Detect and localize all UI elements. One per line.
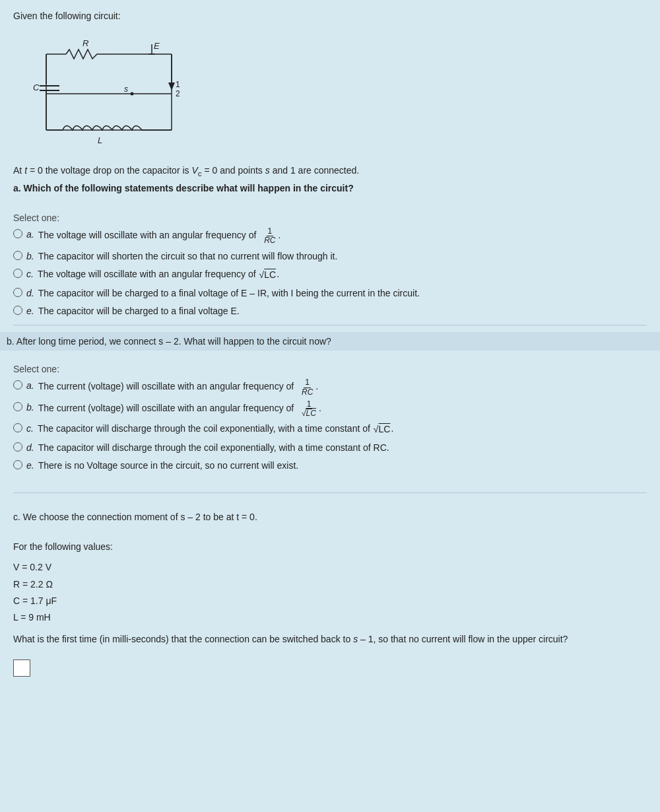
radio-a-c[interactable] bbox=[13, 269, 22, 278]
options-list-b: a. The current (voltage) will oscillate … bbox=[13, 378, 647, 473]
value-C: C = 1.7 μF bbox=[13, 593, 647, 609]
svg-text:1: 1 bbox=[176, 80, 180, 89]
svg-text:s: s bbox=[124, 85, 128, 94]
option-a-c[interactable]: c. The voltage will oscillate with an an… bbox=[13, 267, 647, 282]
radio-b-a[interactable] bbox=[13, 380, 22, 389]
section-c-label: c. We choose the connection moment of s … bbox=[13, 510, 647, 524]
option-b-c[interactable]: c. The capacitor will discharge through … bbox=[13, 421, 647, 436]
radio-b-e[interactable] bbox=[13, 460, 22, 469]
radio-a-a[interactable] bbox=[13, 229, 22, 238]
svg-text:L: L bbox=[98, 135, 102, 145]
radio-b-b[interactable] bbox=[13, 402, 22, 411]
section-b-banner: b. After long time period, we connect s … bbox=[0, 332, 660, 351]
question-a-label: a. Which of the following statements des… bbox=[13, 182, 647, 195]
radio-a-b[interactable] bbox=[13, 251, 22, 260]
option-b-a[interactable]: a. The current (voltage) will oscillate … bbox=[13, 378, 647, 396]
option-a-b[interactable]: b. The capacitor will shorten the circui… bbox=[13, 249, 647, 263]
svg-marker-11 bbox=[168, 83, 175, 90]
given-circuit-label: Given the following circuit: bbox=[13, 11, 647, 21]
value-L: L = 9 mH bbox=[13, 609, 647, 626]
value-R: R = 2.2 Ω bbox=[13, 576, 647, 593]
svg-text:2: 2 bbox=[176, 89, 180, 98]
radio-b-c[interactable] bbox=[13, 423, 22, 432]
final-question: What is the first time (in milli-seconds… bbox=[13, 632, 647, 646]
for-values-label: For the following values: bbox=[13, 540, 647, 554]
values-block: V = 0.2 V R = 2.2 Ω C = 1.7 μF L = 9 mH bbox=[13, 559, 647, 626]
section-b-content: Select one: a. The current (voltage) wil… bbox=[13, 357, 647, 486]
svg-text:E: E bbox=[154, 41, 160, 51]
problem-intro: At t = 0 the voltage drop on the capacit… bbox=[13, 164, 647, 179]
option-b-e[interactable]: e. There is no Voltage source in the cir… bbox=[13, 458, 647, 473]
option-b-b[interactable]: b. The current (voltage) will oscillate … bbox=[13, 400, 647, 418]
value-V: V = 0.2 V bbox=[13, 559, 647, 576]
radio-a-d[interactable] bbox=[13, 288, 22, 297]
svg-text:C: C bbox=[33, 83, 40, 92]
select-one-b-label: Select one: bbox=[13, 364, 647, 374]
radio-b-d[interactable] bbox=[13, 442, 22, 452]
circuit-diagram: R E 1 s 2 C L bbox=[26, 28, 198, 153]
answer-box[interactable] bbox=[13, 660, 30, 677]
option-a-d[interactable]: d. The capacitor will be charged to a fi… bbox=[13, 286, 647, 300]
radio-a-e[interactable] bbox=[13, 306, 22, 315]
option-b-d[interactable]: d. The capacitor will discharge through … bbox=[13, 440, 647, 455]
option-a-e[interactable]: e. The capacitor will be charged to a fi… bbox=[13, 304, 647, 318]
select-one-a-label: Select one: bbox=[13, 213, 647, 223]
svg-text:R: R bbox=[82, 38, 88, 48]
options-list-a: a. The voltage will oscillate with an an… bbox=[13, 227, 647, 318]
option-a-a[interactable]: a. The voltage will oscillate with an an… bbox=[13, 227, 647, 245]
